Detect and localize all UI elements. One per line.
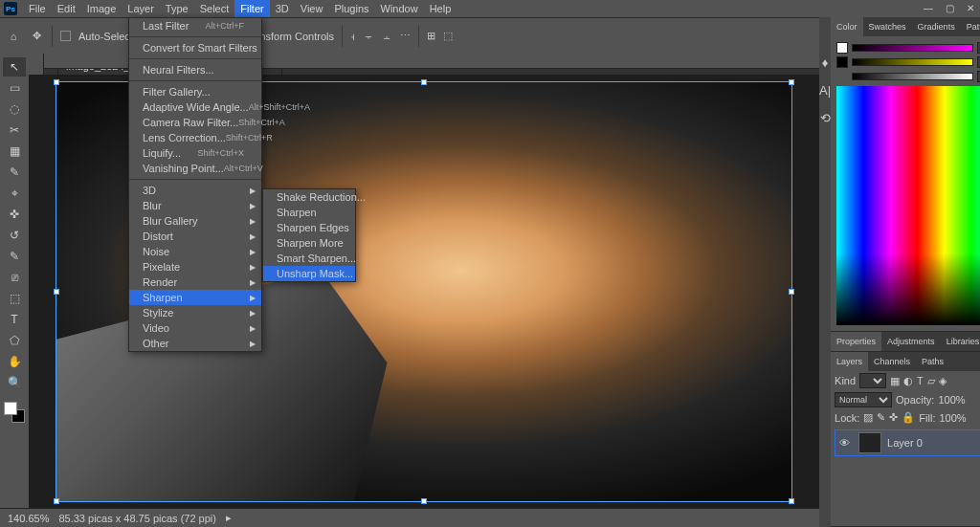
menu-file[interactable]: File: [23, 0, 52, 17]
more-icon[interactable]: ⋯: [400, 30, 411, 42]
tab-patterns[interactable]: Patterns: [961, 17, 980, 36]
shape-tool[interactable]: ⬠: [3, 331, 26, 350]
menu-item-render[interactable]: Render▶: [129, 274, 261, 290]
crop-tool[interactable]: ✂: [3, 121, 26, 140]
frame-tool[interactable]: ▦: [3, 142, 26, 161]
menu-3d[interactable]: 3D: [270, 0, 295, 17]
maximize-button[interactable]: ▢: [944, 2, 955, 13]
menu-item-video[interactable]: Video▶: [129, 320, 261, 336]
menu-image[interactable]: Image: [81, 0, 122, 17]
document-info[interactable]: 85.33 picas x 48.75 picas (72 ppi): [58, 513, 216, 524]
layer-row[interactable]: 👁 Layer 0: [835, 429, 980, 456]
hand-tool[interactable]: ✋: [3, 352, 26, 371]
tab-channels[interactable]: Channels: [868, 352, 916, 371]
foreground-color[interactable]: [4, 402, 17, 415]
menu-item-filter-gallery[interactable]: Filter Gallery...: [129, 84, 261, 99]
transform-handle-bm[interactable]: [421, 498, 427, 504]
tab-swatches[interactable]: Swatches: [863, 17, 912, 36]
transform-handle-tm[interactable]: [421, 79, 427, 85]
menu-filter[interactable]: Filter: [234, 0, 269, 17]
pen-tool[interactable]: ⬚: [3, 289, 26, 308]
menu-item-other[interactable]: Other▶: [129, 336, 261, 351]
menu-item-adaptive-wide[interactable]: Adaptive Wide Angle...Alt+Shift+Ctrl+A: [129, 99, 261, 115]
lock-pixels-icon[interactable]: ✎: [877, 411, 885, 424]
menu-item-distort[interactable]: Distort▶: [129, 229, 261, 244]
layer-thumbnail[interactable]: [858, 432, 881, 453]
tab-libraries[interactable]: Libraries: [941, 332, 980, 351]
eyedropper-tool[interactable]: ✎: [3, 163, 26, 182]
menu-item-lens-correction[interactable]: Lens Correction...Shift+Ctrl+R: [129, 130, 261, 145]
filter-shape-icon[interactable]: ▱: [927, 375, 935, 387]
zoom-tool[interactable]: 🔍: [3, 373, 26, 392]
gradient-tool[interactable]: ⎚: [3, 268, 26, 287]
menu-item-sharpen-more[interactable]: Sharpen More: [263, 235, 355, 251]
color-slider[interactable]: [852, 44, 973, 52]
eraser-tool[interactable]: ✎: [3, 247, 26, 266]
minimize-button[interactable]: —: [923, 2, 934, 13]
menu-window[interactable]: Window: [375, 0, 424, 17]
menu-item-3d[interactable]: 3D▶: [129, 183, 261, 198]
menu-layer[interactable]: Layer: [122, 0, 160, 17]
transform-handle-ml[interactable]: [54, 289, 59, 295]
filter-pixel-icon[interactable]: ▦: [890, 375, 900, 387]
tab-color[interactable]: Color: [831, 17, 863, 36]
menu-item-blur-gallery[interactable]: Blur Gallery▶: [129, 213, 261, 229]
chevron-right-icon[interactable]: ▸: [226, 512, 232, 524]
menu-item-smart-sharpen[interactable]: Smart Sharpen...: [263, 251, 355, 266]
learn-icon[interactable]: ♦: [822, 55, 829, 70]
color-slider[interactable]: [852, 58, 973, 66]
align-left-icon[interactable]: ⫞: [350, 31, 356, 42]
fill-value[interactable]: 100%: [939, 412, 966, 424]
glyphs-icon[interactable]: A|: [819, 83, 831, 98]
transform-handle-tr[interactable]: [789, 79, 794, 85]
lock-transparency-icon[interactable]: ▨: [863, 411, 873, 424]
layer-visibility-icon[interactable]: 👁: [839, 437, 853, 449]
tab-properties[interactable]: Properties: [831, 332, 881, 351]
transform-handle-tl[interactable]: [54, 79, 59, 85]
menu-item-liquify[interactable]: Liquify...Shift+Ctrl+X: [129, 145, 261, 161]
tab-gradients[interactable]: Gradients: [912, 17, 961, 36]
type-tool[interactable]: T: [3, 310, 26, 329]
filter-adjust-icon[interactable]: ◐: [903, 375, 913, 387]
tab-paths[interactable]: Paths: [916, 352, 949, 371]
opacity-value[interactable]: 100%: [938, 394, 965, 406]
menu-item-unsharp-mask[interactable]: Unsharp Mask...: [263, 266, 355, 281]
history-icon[interactable]: ⟲: [820, 111, 831, 125]
color-spectrum[interactable]: [836, 86, 980, 325]
kind-filter-dropdown[interactable]: [859, 373, 886, 388]
move-tool[interactable]: ↖: [3, 57, 26, 77]
close-button[interactable]: ✕: [965, 2, 976, 13]
transform-handle-bl[interactable]: [54, 498, 59, 504]
blend-mode-dropdown[interactable]: Normal: [835, 392, 892, 407]
tab-layers[interactable]: Layers: [831, 352, 868, 371]
auto-select-checkbox[interactable]: [60, 31, 71, 41]
3d-mode-icon[interactable]: ⬚: [443, 30, 453, 42]
color-swatches[interactable]: [4, 402, 25, 423]
transform-handle-br[interactable]: [789, 498, 794, 504]
brush-tool[interactable]: ✜: [3, 205, 26, 224]
clone-tool[interactable]: ↺: [3, 226, 26, 245]
fg-swatch[interactable]: [836, 42, 848, 54]
align-center-icon[interactable]: ⫟: [364, 31, 374, 42]
menu-view[interactable]: View: [295, 0, 329, 17]
home-icon[interactable]: ⌂: [6, 29, 21, 44]
menu-help[interactable]: Help: [424, 0, 457, 17]
tab-adjustments[interactable]: Adjustments: [881, 332, 941, 351]
marquee-tool[interactable]: ▭: [3, 78, 26, 98]
menu-item-blur[interactable]: Blur▶: [129, 198, 261, 213]
menu-item-camera-raw[interactable]: Camera Raw Filter...Shift+Ctrl+A: [129, 115, 261, 130]
menu-plugins[interactable]: Plugins: [328, 0, 374, 17]
filter-type-icon[interactable]: T: [917, 375, 924, 386]
menu-item-stylize[interactable]: Stylize▶: [129, 305, 261, 320]
align-right-icon[interactable]: ⫠: [382, 31, 392, 42]
menu-item-shake-reduction[interactable]: Shake Reduction...: [263, 189, 355, 205]
filter-smart-icon[interactable]: ◈: [939, 375, 947, 387]
color-slider[interactable]: [852, 73, 973, 80]
spot-heal-tool[interactable]: ⌖: [3, 184, 26, 203]
menu-edit[interactable]: Edit: [52, 0, 81, 17]
bg-swatch[interactable]: [836, 56, 848, 68]
lock-all-icon[interactable]: 🔒: [902, 411, 915, 424]
menu-item-sharpen-edges[interactable]: Sharpen Edges: [263, 220, 355, 235]
transform-handle-mr[interactable]: [789, 289, 794, 295]
lasso-tool[interactable]: ◌: [3, 99, 26, 119]
